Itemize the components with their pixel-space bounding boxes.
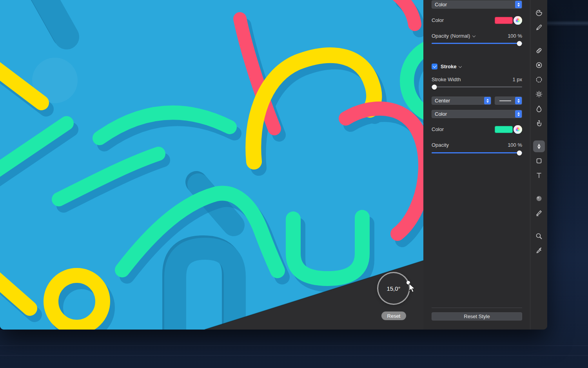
stroke-width-value: 1 px [512,75,522,84]
effects-tool-icon[interactable] [533,193,545,204]
wallpaper-wave [0,345,588,346]
fill-type-popup-value: Color [435,2,447,7]
fill-opacity-slider-knob[interactable] [517,41,522,46]
stroke-opacity-slider-knob[interactable] [517,150,522,155]
pen-tool-icon[interactable] [533,140,545,152]
tool-sidebar [530,0,547,330]
light-adjust-icon[interactable] [533,88,545,100]
stroke-checkbox[interactable] [432,64,437,69]
mouse-cursor [408,283,416,293]
style-format-panel: Color Color Opacity (Normal) 100 % Strok… [423,0,530,330]
fill-opacity-label: Opacity (Normal) [432,32,475,40]
fill-type-popup[interactable]: Color [432,0,522,9]
artwork [0,0,423,330]
stroke-width-slider[interactable] [432,86,522,87]
fill-color-wheel-icon[interactable] [514,16,522,25]
stroke-line-style-popup[interactable] [495,97,522,105]
stroke-color-wheel-icon[interactable] [514,125,522,134]
stroke-section-title[interactable]: Stroke [441,64,461,69]
stroke-type-popup-value: Color [435,111,447,117]
stroke-opacity-label: Opacity [432,141,449,149]
popup-stepper-icon [515,97,522,104]
smudge-tool-icon[interactable] [533,117,545,129]
eyedropper-tool-icon[interactable] [533,245,545,257]
stroke-width-label: Stroke Width [432,75,461,84]
stroke-color-label: Color [432,125,444,134]
wallpaper-wave [0,355,588,356]
panel-divider [432,308,522,308]
popup-stepper-icon [515,1,522,8]
bandage-heal-icon[interactable] [533,45,545,56]
fill-opacity-slider[interactable] [432,43,522,44]
line-style-sample-icon [499,100,511,101]
fill-color-label: Color [432,16,444,25]
stroke-opacity-value: 100 % [508,141,522,149]
stroke-position-popup-value: Center [435,98,450,104]
red-eye-tool-icon[interactable] [533,59,545,71]
fill-color-swatch[interactable] [495,17,513,24]
stroke-position-popup[interactable]: Center [432,97,491,105]
rotation-value: 15,0° [387,285,400,292]
text-tool-icon[interactable] [533,169,545,181]
soften-tool-icon[interactable] [533,103,545,115]
stroke-opacity-slider[interactable] [432,152,522,153]
slice-tool-icon[interactable] [533,207,545,219]
chevron-down-icon [472,34,475,37]
stroke-width-slider-knob[interactable] [432,84,437,89]
shape-tool-icon[interactable] [533,155,545,167]
app-window: 15,0° Reset Color Color Opacity (Normal)… [0,0,547,330]
zoom-tool-icon[interactable] [533,230,545,242]
pencil-tool-icon[interactable] [533,22,545,33]
retouch-tool-icon[interactable] [533,74,545,86]
palette-tool-icon[interactable] [533,7,545,19]
rotation-reset-button[interactable]: Reset [381,312,406,320]
document-canvas[interactable]: 15,0° Reset [0,0,423,330]
rotation-dial[interactable]: 15,0° [377,272,410,305]
popup-stepper-icon [484,97,491,104]
reset-style-button[interactable]: Reset Style [432,312,522,321]
chevron-down-icon [459,65,462,68]
stroke-type-popup[interactable]: Color [432,110,522,118]
fill-opacity-value: 100 % [508,32,522,40]
popup-stepper-icon [515,110,522,118]
stroke-color-swatch[interactable] [495,126,513,133]
